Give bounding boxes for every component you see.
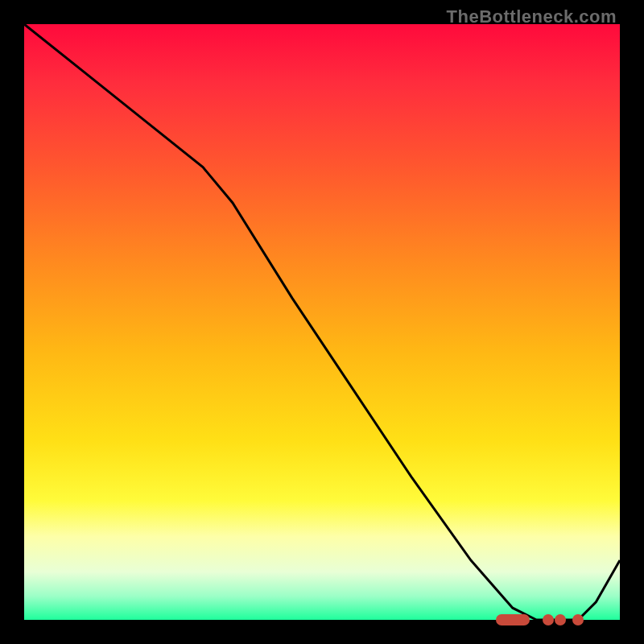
watermark-text: TheBottleneck.com [447,6,617,27]
bottleneck-curve [24,24,620,620]
optimal-marker-0 [496,614,530,625]
optimal-marker-3 [572,614,584,625]
optimal-marker-2 [555,614,566,625]
optimal-marker-1 [543,614,554,625]
